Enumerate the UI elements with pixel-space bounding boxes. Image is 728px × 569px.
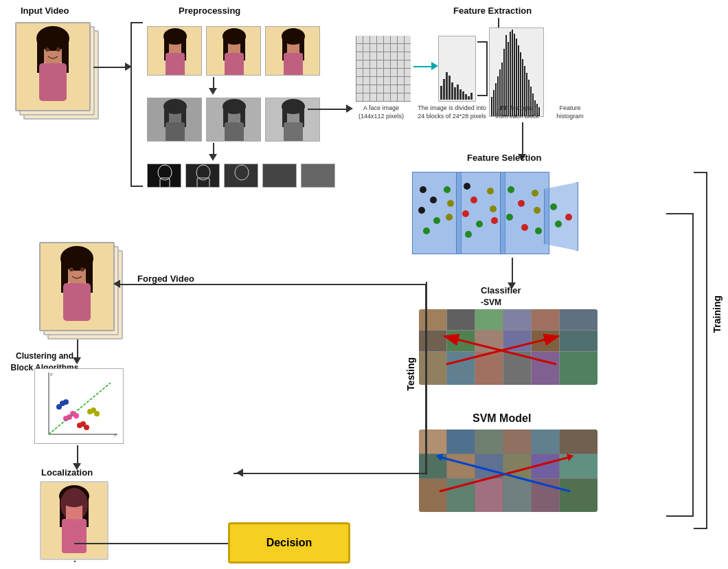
svg-rect-52 [263,164,297,188]
arrow-local-h-to-decision [74,543,239,544]
svg-rect-120 [447,454,475,478]
svg-rect-60 [457,85,459,100]
svg-rect-63 [465,94,467,100]
svg-rect-104 [419,352,446,385]
person-svg [16,23,89,110]
svg-rect-128 [503,479,531,512]
feat-label-face: A face image(144x112 pixels) [350,104,412,120]
svg-point-142 [80,267,84,271]
testing-label: Testing [405,357,416,391]
svg-rect-115 [475,429,503,454]
training-top-h [666,213,694,214]
svg-point-152 [77,423,82,428]
localization-svg [41,482,107,559]
feat-label-lbp: LBP histogramfrom each block [493,104,541,120]
input-video-label: Input Video [21,5,69,16]
arrow-svm-to-decision-h [243,473,420,474]
svg-rect-55 [443,79,445,100]
feat-label-blocks: The image is divided into24 blocks of 24… [418,104,486,120]
forged-video-label: Forged Video [137,274,194,284]
arrow-forged-left [120,284,158,285]
svg-rect-125 [419,479,446,512]
blue-panel-1 [412,172,462,254]
svg-rect-44 [148,164,181,188]
svg-rect-118 [560,429,598,454]
svg-rect-105 [447,352,475,385]
svg-rect-113 [419,429,446,454]
svg-rect-95 [503,309,531,330]
svg-rect-103 [560,331,598,351]
arrow-preproc-to-feat [308,109,349,110]
svg-rect-56 [446,72,448,100]
decision-label: Decision [266,537,312,549]
arrow-feat-to-sel [522,122,523,157]
svg-point-7 [56,47,60,52]
svg-rect-5 [39,63,67,101]
svg-rect-50 [225,164,258,188]
histogram-svg [440,38,474,100]
training-connector-right [692,213,694,515]
svg-point-154 [94,411,100,416]
face-grid-img [356,36,411,102]
cluster-svg: e x [35,369,123,443]
arrowhead-forged-to-cluster [73,357,81,364]
diagram-container: Input Video Prep [0,0,728,569]
feature-hist-svg [490,28,543,116]
forged-person-svg [41,243,113,330]
svg-rect-98 [419,331,446,351]
svm-label: -SVM [481,298,501,307]
svg-text:x: x [114,432,117,437]
svg-rect-61 [459,89,462,100]
svg-rect-130 [560,479,598,512]
svg-rect-43 [284,122,303,142]
svg-rect-94 [475,309,503,330]
svm-classifier-area [419,309,598,385]
cluster-plot: e x [34,368,124,444]
svm-model-area [419,429,598,512]
arrow-forged-h [158,284,426,285]
decision-box: Decision [228,522,350,564]
arrowhead-preproc-down1 [209,88,217,95]
preproc-bracket [130,22,143,187]
svg-text:e: e [50,372,53,377]
svg-rect-54 [440,86,442,100]
svg-point-157 [56,404,62,410]
svg-rect-121 [475,454,503,478]
arrowhead-forged-left [113,280,120,288]
training-bottom-h [666,515,694,517]
svg-rect-93 [447,309,475,330]
blue-panel-4 [544,182,578,251]
svg-point-158 [63,399,69,405]
svm-model-label: SVM Model [473,412,531,425]
svg-rect-96 [532,309,559,330]
svg-point-168 [60,488,88,521]
svg-rect-143 [35,369,123,443]
classifier-label: Classifier [481,285,521,295]
localization-img [40,481,109,560]
svg-rect-25 [284,53,303,76]
svg-rect-19 [225,53,244,76]
testing-vert-connector [426,282,427,474]
svg-rect-64 [468,96,470,100]
training-bracket [694,172,707,529]
svg-rect-92 [419,309,446,330]
arrowhead-preproc-down2 [209,154,217,161]
svg-rect-37 [225,122,244,142]
svg-rect-31 [166,122,185,142]
svg-point-149 [73,413,79,419]
svg-rect-57 [448,76,451,100]
preproc-row2 [147,98,320,142]
svg-rect-76 [510,32,511,116]
preproc-row1 [147,26,320,76]
preproc-row3 [147,164,335,188]
blue-panel-3 [500,172,549,254]
arrow-input-to-preproc [93,67,128,68]
arrowhead-svm-to-decision [236,469,243,477]
preprocessing-label: Preprocessing [179,5,240,16]
blue-panels-container [412,172,578,254]
arrow-feat-sel-to-class [512,258,513,285]
svg-rect-67 [491,97,492,116]
svg-rect-47 [186,164,220,188]
arrow-local-to-decision [74,561,76,562]
svg-rect-109 [560,352,598,385]
